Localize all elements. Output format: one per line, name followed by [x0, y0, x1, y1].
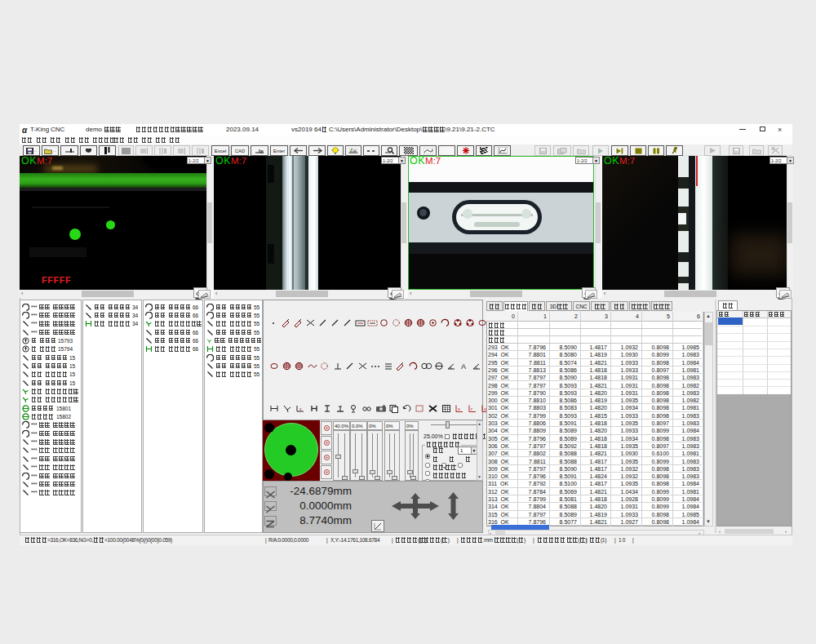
svg-text:B: B [260, 149, 264, 154]
svg-text:r: r [471, 406, 472, 411]
svg-text:x: x [299, 406, 302, 411]
svg-text:A: A [461, 362, 466, 371]
svg-text:x: x [458, 406, 460, 411]
